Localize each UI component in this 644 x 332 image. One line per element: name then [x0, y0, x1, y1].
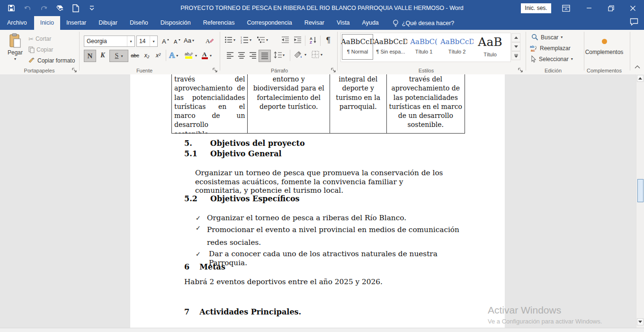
- table-cell[interactable]: través del aprovechamiento de las potenc…: [387, 74, 465, 133]
- tab-vista[interactable]: Vista: [331, 16, 356, 30]
- tell-me-box[interactable]: ¿Qué desea hacer?: [385, 16, 455, 30]
- heading-6[interactable]: 6 Metas: [184, 262, 225, 271]
- chevron-down-icon[interactable]: ▾: [210, 54, 212, 58]
- align-center-button[interactable]: [236, 50, 247, 61]
- chevron-down-icon[interactable]: ▾: [150, 36, 157, 46]
- bullets-button[interactable]: ▾: [224, 36, 235, 44]
- grow-font-button[interactable]: A: [160, 35, 171, 46]
- chevron-down-icon[interactable]: ▾: [321, 53, 322, 57]
- scrollbar-thumb[interactable]: [637, 179, 644, 202]
- font-name-combo[interactable]: Georgia ▾: [84, 36, 135, 47]
- paragraph-objetivo-general[interactable]: Organizar un torneo de pesca que promuev…: [195, 169, 444, 195]
- table-cell[interactable]: través del aprovechamiento de las potenc…: [172, 74, 248, 133]
- scroll-up-button[interactable]: [637, 75, 644, 82]
- feedback-bubble-icon[interactable]: [630, 18, 638, 26]
- align-right-button[interactable]: [247, 50, 259, 61]
- show-marks-button[interactable]: ¶: [322, 34, 334, 45]
- clipboard-dialog-launcher-icon[interactable]: [72, 68, 78, 73]
- tab-insertar[interactable]: Insertar: [60, 16, 92, 30]
- chevron-down-icon[interactable]: ▾: [127, 36, 134, 46]
- style-titulo-2[interactable]: AaBbCcD Título 2: [440, 33, 474, 61]
- font-dialog-launcher-icon[interactable]: [213, 68, 218, 73]
- tab-disposicion[interactable]: Disposición: [154, 16, 197, 30]
- document-page[interactable]: través del aprovechamiento de las potenc…: [130, 74, 505, 328]
- borders-button[interactable]: ▾: [312, 51, 322, 58]
- align-left-button[interactable]: [224, 50, 236, 61]
- close-button[interactable]: [622, 0, 644, 16]
- style-titulo[interactable]: AaB Título: [474, 33, 507, 61]
- highlight-color-button[interactable]: ab ▾: [185, 50, 197, 61]
- tab-referencias[interactable]: Referencias: [197, 16, 241, 30]
- clear-formatting-button[interactable]: A: [204, 35, 215, 46]
- shrink-font-button[interactable]: A: [171, 35, 183, 46]
- bullet-item[interactable]: Organizar el torneo de pesca a riberas d…: [207, 214, 472, 223]
- justify-button[interactable]: [259, 50, 271, 62]
- chevron-down-icon[interactable]: ▾: [304, 53, 306, 57]
- format-painter-button[interactable]: Copiar formato: [28, 56, 75, 65]
- bold-button[interactable]: N: [84, 50, 96, 62]
- tab-ayuda[interactable]: Ayuda: [356, 16, 385, 30]
- heading-5-2[interactable]: 5.2 Objetivos Específicos: [184, 194, 300, 203]
- shading-button[interactable]: ▾: [294, 51, 306, 59]
- tab-diseno[interactable]: Diseño: [124, 16, 154, 30]
- bullet-item[interactable]: Dar a conocer cada uno de los atractivos…: [209, 250, 474, 267]
- table-cell[interactable]: entorno y biodiversidad para el fortalec…: [248, 74, 330, 133]
- find-button[interactable]: Buscar ▾: [531, 34, 563, 41]
- addins-button[interactable]: Complementos: [584, 34, 625, 60]
- styles-more-button[interactable]: [511, 51, 520, 60]
- paste-button[interactable]: Pegar ▾: [4, 32, 27, 66]
- text-effects-button[interactable]: A ▾: [169, 50, 178, 61]
- chevron-down-icon[interactable]: ▾: [195, 54, 197, 58]
- scroll-down-button[interactable]: [637, 318, 644, 325]
- table-cell[interactable]: integral del deporte y turismo en la par…: [330, 74, 387, 133]
- collapse-ribbon-icon[interactable]: [635, 65, 641, 70]
- styles-scroll-down-button[interactable]: [511, 42, 520, 51]
- paragraph-dialog-launcher-icon[interactable]: [331, 68, 337, 73]
- font-color-button[interactable]: A ▾: [201, 50, 212, 61]
- select-button[interactable]: Seleccionar ▾: [531, 55, 573, 63]
- chevron-down-icon[interactable]: ▾: [233, 38, 235, 42]
- numbering-button[interactable]: 123 ▾: [241, 36, 251, 44]
- chevron-down-icon[interactable]: ▾: [266, 38, 268, 42]
- tab-revisar[interactable]: Revisar: [298, 16, 331, 30]
- restore-button[interactable]: [600, 0, 622, 16]
- multilevel-list-button[interactable]: ▾: [257, 36, 268, 44]
- tab-correspondencia[interactable]: Correspondencia: [241, 16, 298, 30]
- change-case-button[interactable]: Aa▾: [184, 35, 194, 45]
- superscript-button[interactable]: x²: [152, 50, 164, 61]
- tab-archivo[interactable]: Archivo: [0, 16, 34, 30]
- heading-7[interactable]: 7 Actividades Principales.: [184, 307, 301, 316]
- paragraph-metas[interactable]: Habrá 2 eventos deportivos entre el año …: [184, 278, 449, 287]
- chevron-down-icon[interactable]: ▾: [250, 38, 251, 42]
- chevron-down-icon[interactable]: ▾: [176, 54, 178, 58]
- heading-5-1[interactable]: 5.1 Objetivo General: [184, 149, 282, 158]
- underline-button[interactable]: S ▾: [109, 50, 128, 62]
- style-sin-espaciado[interactable]: AaBbCcD ¶ Sin espa...: [374, 33, 407, 61]
- tab-dibujar[interactable]: Dibujar: [92, 16, 124, 30]
- replace-button[interactable]: abac Reemplazar: [530, 45, 571, 52]
- chevron-down-icon[interactable]: ▾: [561, 35, 563, 39]
- vertical-scrollbar[interactable]: [636, 74, 644, 328]
- chevron-down-icon[interactable]: ▾: [283, 53, 285, 57]
- line-spacing-button[interactable]: ▾: [274, 51, 285, 59]
- strikethrough-button[interactable]: abc: [129, 50, 141, 61]
- styles-dialog-launcher-icon[interactable]: [518, 68, 524, 73]
- style-normal[interactable]: AaBbCcD ¶ Normal: [341, 33, 374, 61]
- tab-inicio[interactable]: Inicio: [34, 16, 60, 30]
- styles-scroll-up-button[interactable]: [511, 33, 520, 42]
- chevron-down-icon[interactable]: ▾: [571, 57, 573, 61]
- bullet-item[interactable]: Promocionar el evento a nivel provincial…: [207, 224, 463, 249]
- style-titulo-1[interactable]: AaBbC( Título 1: [407, 33, 440, 61]
- sign-in-button[interactable]: Inic. ses.: [521, 3, 551, 13]
- font-size-combo[interactable]: 14 ▾: [136, 36, 158, 47]
- sort-button[interactable]: AZ: [308, 34, 319, 45]
- heading-5[interactable]: 5. Objetivos del proyecto: [184, 139, 305, 148]
- minimize-button[interactable]: [578, 0, 600, 16]
- chevron-down-icon[interactable]: ▾: [121, 54, 123, 58]
- ribbon-display-options-button[interactable]: [555, 0, 577, 16]
- italic-button[interactable]: K: [97, 50, 108, 61]
- document-table[interactable]: través del aprovechamiento de las potenc…: [171, 74, 465, 134]
- subscript-button[interactable]: x₂: [141, 50, 152, 61]
- increase-indent-button[interactable]: [292, 34, 303, 45]
- decrease-indent-button[interactable]: [279, 34, 291, 45]
